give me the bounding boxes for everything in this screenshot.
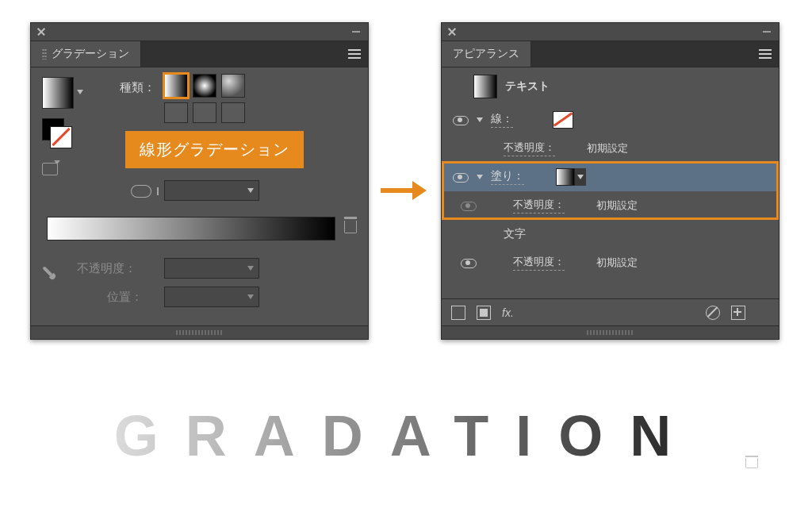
opacity-label: 不透明度： xyxy=(513,198,565,214)
header-label: テキスト xyxy=(505,79,550,94)
selection-thumb xyxy=(473,75,497,98)
opacity-label: 不透明度： xyxy=(504,140,555,156)
chevron-down-icon xyxy=(247,294,254,299)
new-fill-icon[interactable] xyxy=(477,306,491,320)
fill-label[interactable]: 塗り： xyxy=(491,169,524,185)
gradient-preview-swatch[interactable] xyxy=(42,77,74,109)
visibility-eye-icon[interactable] xyxy=(459,257,477,268)
stroke-swatch-none xyxy=(50,126,72,148)
drag-grip-icon xyxy=(42,48,47,60)
opacity-value: 初期設定 xyxy=(587,141,628,156)
tab-label: アピアランス xyxy=(453,47,519,61)
fill-row[interactable]: 塗り： xyxy=(442,163,779,191)
characters-row[interactable]: 文字 xyxy=(442,220,779,248)
stroke-profile-icon xyxy=(131,185,151,198)
gradient-type-buttons xyxy=(164,74,245,98)
gradient-panel-titlebar xyxy=(31,23,368,41)
tab-appearance[interactable]: アピアランス xyxy=(442,41,531,67)
position-label: 位置： xyxy=(107,290,143,305)
clear-appearance-icon[interactable] xyxy=(706,306,720,320)
swatch-dropdown-icon[interactable] xyxy=(77,90,83,94)
gradient-slider[interactable] xyxy=(47,217,335,241)
linear-gradient-button[interactable] xyxy=(164,74,188,98)
stroke-mode-2[interactable] xyxy=(193,102,216,123)
stroke-label[interactable]: 線： xyxy=(491,112,513,128)
freeform-gradient-button[interactable] xyxy=(221,74,245,98)
stroke-mode-3[interactable] xyxy=(221,102,245,123)
fill-gradient-swatch xyxy=(556,168,575,186)
appearance-panel-titlebar xyxy=(442,23,779,41)
close-icon[interactable] xyxy=(445,24,461,40)
opacity-label: 不透明度： xyxy=(513,255,565,271)
opacity-label: 不透明度： xyxy=(77,261,136,276)
appearance-tabbar: アピアランス xyxy=(442,41,779,67)
delete-stop-icon[interactable] xyxy=(344,217,357,233)
collapse-icon[interactable] xyxy=(352,31,363,33)
visibility-eye-icon[interactable] xyxy=(459,200,477,211)
fill-opacity-row[interactable]: 不透明度： 初期設定 xyxy=(442,191,779,220)
radial-gradient-button[interactable] xyxy=(193,74,216,98)
panel-resize-bar[interactable] xyxy=(31,325,368,339)
stroke-none-swatch[interactable] xyxy=(553,111,573,129)
chevron-down-icon[interactable] xyxy=(477,117,483,122)
stroke-gradient-mode-buttons xyxy=(164,102,245,123)
chevron-down-icon[interactable] xyxy=(477,175,483,179)
eyedropper-icon[interactable] xyxy=(42,258,62,278)
characters-label: 文字 xyxy=(504,227,526,241)
chevron-down-icon xyxy=(247,266,254,271)
duplicate-icon[interactable] xyxy=(731,306,745,320)
sample-gradient-text: GRADATION xyxy=(0,403,812,468)
chevron-down-icon xyxy=(247,188,254,193)
new-stroke-icon[interactable] xyxy=(451,306,465,320)
opacity-value: 初期設定 xyxy=(596,198,638,213)
arrow-right-icon xyxy=(381,181,428,200)
gradient-panel: グラデーション 種類： 線形グラデーション xyxy=(30,22,369,340)
stroke-opacity-row[interactable]: 不透明度： 初期設定 xyxy=(442,134,779,163)
tab-gradient[interactable]: グラデーション xyxy=(31,41,141,67)
opacity-value: 初期設定 xyxy=(596,256,638,270)
text-opacity-row[interactable]: 不透明度： 初期設定 xyxy=(442,248,779,277)
panel-resize-bar[interactable] xyxy=(442,325,779,339)
position-select[interactable] xyxy=(164,287,259,307)
appearance-footer: fx. xyxy=(442,298,779,326)
type-label: 種類： xyxy=(120,80,155,95)
opacity-select[interactable] xyxy=(164,258,259,279)
library-icon[interactable] xyxy=(42,163,58,175)
panel-menu-icon[interactable] xyxy=(752,41,779,67)
chevron-down-icon xyxy=(577,175,584,179)
panel-menu-icon[interactable] xyxy=(341,41,368,67)
gradient-tabbar: グラデーション xyxy=(31,41,368,67)
stroke-mode-1[interactable] xyxy=(164,102,188,123)
callout-linear-gradient: 線形グラデーション xyxy=(125,131,304,168)
appearance-header-row: テキスト xyxy=(442,67,779,106)
collapse-icon[interactable] xyxy=(763,31,774,33)
stroke-profile-select[interactable] xyxy=(164,180,259,201)
tab-label: グラデーション xyxy=(52,47,129,61)
fill-stroke-toggle[interactable] xyxy=(42,118,71,147)
stroke-row[interactable]: 線： xyxy=(442,106,779,134)
add-effect-icon[interactable]: fx. xyxy=(502,306,514,319)
appearance-panel: アピアランス テキスト 線： 不透明度： 初期設定 xyxy=(441,22,779,340)
fill-swatch-dropdown[interactable] xyxy=(556,168,586,186)
close-icon[interactable] xyxy=(34,24,50,40)
visibility-eye-icon[interactable] xyxy=(451,171,469,183)
visibility-eye-icon[interactable] xyxy=(451,114,469,125)
